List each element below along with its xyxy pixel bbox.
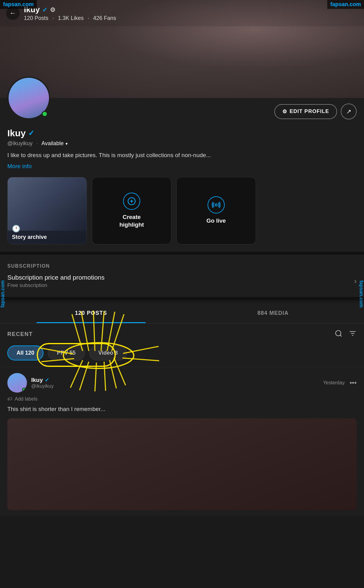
top-bar: ← Ikuy ✓ ⚙ 120 Posts · 1.3K Likes · 426 … <box>0 0 364 26</box>
profile-section: ⚙ EDIT PROFILE ↗ Ikuy ✓ @ikuyikuy · Avai… <box>0 98 364 252</box>
highlight-create-icon <box>123 193 140 210</box>
label-icon: 🏷 <box>7 396 12 402</box>
story-archive-label: 🕐 Story archive <box>12 225 47 240</box>
story-archive-item[interactable]: 🕐 Story archive <box>7 177 87 244</box>
subscription-title: Subscription price and promotions <box>7 274 105 281</box>
post-avatar-online-indicator <box>22 388 26 392</box>
profile-handle-row: @ikuyikuy · Available <box>7 140 357 147</box>
profile-top-row: ⚙ EDIT PROFILE ↗ <box>7 98 357 124</box>
post-avatar <box>7 373 27 393</box>
go-live-label: Go live <box>206 217 226 225</box>
search-button[interactable] <box>335 330 343 339</box>
watermark-side-left: fapsan.com <box>0 281 6 308</box>
chip-all[interactable]: All 120 <box>7 345 43 360</box>
profile-name: Ikuy ✓ <box>7 128 357 138</box>
post-more-button[interactable]: ••• <box>350 379 357 387</box>
profile-actions: ⚙ EDIT PROFILE ↗ <box>274 104 357 119</box>
avatar-container <box>7 77 50 119</box>
online-indicator <box>42 111 48 117</box>
top-bar-stats: 120 Posts · 1.3K Likes · 426 Fans <box>24 15 358 21</box>
post-user-info: Ikuy ✓ @ikuyikuy <box>7 373 54 393</box>
svg-point-2 <box>336 330 341 336</box>
recent-icons <box>335 330 357 339</box>
share-button[interactable]: ↗ <box>341 104 357 119</box>
status-badge[interactable]: Available <box>41 140 68 147</box>
tab-posts[interactable]: 120 POSTS <box>0 303 182 323</box>
create-highlight-item[interactable]: Createhighlight <box>92 177 171 244</box>
post-header: Ikuy ✓ @ikuyikuy Yesterday ••• <box>7 373 357 393</box>
tab-media[interactable]: 884 MEDIA <box>182 303 364 323</box>
recent-bar: RECENT <box>0 323 364 345</box>
subscription-section: SUBSCRIPTION Subscription price and prom… <box>0 255 364 297</box>
chevron-right-icon: › <box>354 277 357 285</box>
add-labels-row[interactable]: 🏷 Add labels <box>7 396 357 402</box>
post-user-details: Ikuy ✓ @ikuyikuy <box>31 377 54 389</box>
subscription-section-label: SUBSCRIPTION <box>7 263 357 269</box>
post-item: Ikuy ✓ @ikuyikuy Yesterday ••• 🏷 Add lab… <box>0 367 364 517</box>
post-verified-icon: ✓ <box>45 377 49 383</box>
svg-point-1 <box>215 204 217 206</box>
post-username: Ikuy ✓ <box>31 377 54 383</box>
edit-profile-button[interactable]: ⚙ EDIT PROFILE <box>274 104 337 119</box>
share-icon: ↗ <box>346 108 351 115</box>
filter-button[interactable] <box>349 330 357 339</box>
post-handle: @ikuyikuy <box>31 383 54 389</box>
cover-image: ← Ikuy ✓ ⚙ 120 Posts · 1.3K Likes · 426 … <box>0 0 364 98</box>
create-highlight-label: Createhighlight <box>119 213 144 228</box>
go-live-icon <box>208 196 225 213</box>
profile-bio: I like to dress up and take pictures. Th… <box>7 151 357 160</box>
recent-label: RECENT <box>7 331 33 337</box>
profile-handle: @ikuyikuy <box>7 140 32 147</box>
go-live-item[interactable]: Go live <box>176 177 256 244</box>
watermark-cover-tl: fapsan.com <box>0 0 37 9</box>
verified-icon: ✓ <box>28 129 34 138</box>
post-image-preview[interactable] <box>7 418 357 510</box>
add-labels-text: Add labels <box>15 396 38 402</box>
gear-icon: ⚙ <box>282 108 287 115</box>
subscription-row[interactable]: Subscription price and promotions Free s… <box>7 274 357 288</box>
highlights-row: 🕐 Story archive Createhighlight <box>7 177 357 244</box>
post-text: This shirt is shorter than I remember... <box>7 405 357 414</box>
subscription-info: Subscription price and promotions Free s… <box>7 274 105 288</box>
chip-ppv[interactable]: PPV 55 <box>48 345 85 360</box>
top-bar-info: Ikuy ✓ ⚙ 120 Posts · 1.3K Likes · 426 Fa… <box>24 5 358 21</box>
chip-video[interactable]: Video 8 <box>89 345 127 360</box>
filter-chips: All 120 PPV 55 Video 8 <box>0 345 364 367</box>
verified-icon-top: ✓ <box>42 6 47 13</box>
settings-icon-top[interactable]: ⚙ <box>50 6 55 13</box>
watermark-cover-tr: fapsan.com <box>327 0 364 9</box>
filter-chips-container: All 120 PPV 55 Video 8 <box>0 345 364 367</box>
subscription-subtitle: Free subscription <box>7 282 105 288</box>
more-info-link[interactable]: More info <box>7 163 32 170</box>
watermark-side-right: fapsan.com <box>358 281 364 308</box>
posts-tabs: 120 POSTS 884 MEDIA <box>0 303 364 323</box>
top-bar-username: Ikuy ✓ ⚙ <box>24 5 358 14</box>
post-timestamp: Yesterday <box>323 380 345 386</box>
